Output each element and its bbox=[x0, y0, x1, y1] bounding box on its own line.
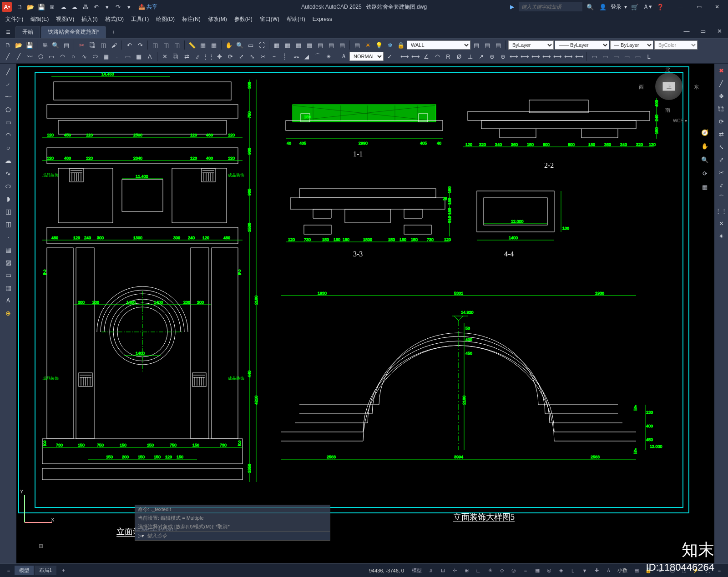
rp-explode-icon[interactable]: ✴ bbox=[716, 231, 726, 241]
qat-saveas-icon[interactable]: 🗎 bbox=[47, 2, 57, 12]
draw-xline-icon[interactable]: ╱ bbox=[14, 51, 24, 61]
viewcube[interactable]: 北 上 西 东 南 bbox=[646, 73, 692, 100]
dim-aligned-icon[interactable]: ⟷ bbox=[410, 51, 420, 61]
menu-insert[interactable]: 插入(I) bbox=[78, 14, 101, 24]
status-grid-icon[interactable]: # bbox=[425, 566, 436, 576]
pal-circle-icon[interactable]: ○ bbox=[2, 142, 15, 154]
mod-join-icon[interactable]: ⫘ bbox=[291, 51, 301, 61]
login-caret-icon[interactable]: ▾ bbox=[624, 4, 627, 10]
marketplace-icon[interactable]: 🛒 bbox=[630, 2, 640, 12]
menu-window[interactable]: 窗口(W) bbox=[256, 14, 283, 24]
doc-minimize-button[interactable]: — bbox=[682, 26, 692, 36]
mod-offset-icon[interactable]: ⫽ bbox=[192, 51, 202, 61]
rp-move-icon[interactable]: ✥ bbox=[716, 91, 726, 101]
pal-gradient-icon[interactable]: ▨ bbox=[2, 256, 15, 268]
mod-chamfer-icon[interactable]: ◢ bbox=[302, 51, 312, 61]
status-3dosnap-icon[interactable]: ◈ bbox=[556, 566, 566, 576]
tabs-menu-icon[interactable]: ≡ bbox=[2, 27, 15, 38]
dim-arc-icon[interactable]: ◠ bbox=[432, 51, 442, 61]
layer-iso-icon[interactable]: ▤ bbox=[471, 40, 481, 50]
tool-undo-icon[interactable]: ↶ bbox=[124, 40, 134, 50]
mod-stretch-icon[interactable]: ⤡ bbox=[247, 51, 257, 61]
tool-zoomwin-icon[interactable]: ▭ bbox=[246, 40, 256, 50]
tool-publish-icon[interactable]: ▤ bbox=[61, 40, 71, 50]
command-prompt[interactable]: 键入命令 bbox=[147, 532, 167, 539]
command-line[interactable]: 命令: ._textedit 当前设置: 编辑模式 = Multiple 选择注… bbox=[135, 505, 330, 541]
viewcube-south[interactable]: 南 bbox=[665, 107, 670, 114]
rp-array-icon[interactable]: ⋮⋮ bbox=[716, 206, 726, 216]
tool-new-icon[interactable]: 🗋 bbox=[3, 40, 13, 50]
draw-arc-icon[interactable]: ◠ bbox=[57, 51, 67, 61]
viewcube-north[interactable]: 北 bbox=[665, 66, 670, 73]
draw-spline-icon[interactable]: ∿ bbox=[79, 51, 89, 61]
pal-hatch-icon[interactable]: ▦ bbox=[2, 244, 15, 256]
status-units[interactable]: 小数 bbox=[615, 566, 630, 576]
status-snap-icon[interactable]: ⊡ bbox=[437, 566, 448, 576]
pal-addsel-icon[interactable]: ⊕ bbox=[2, 307, 15, 319]
qat-undo-icon[interactable]: ↶ bbox=[91, 2, 101, 12]
pal-ellipsearc-icon[interactable]: ◗ bbox=[2, 193, 15, 205]
layer-bulb-icon[interactable]: 💡 bbox=[374, 40, 384, 50]
qat-save-icon[interactable]: 💾 bbox=[36, 2, 46, 12]
pal-mtext-icon[interactable]: Ａ bbox=[2, 295, 15, 306]
menu-draw[interactable]: 绘图(D) bbox=[152, 14, 178, 24]
pal-rect-icon[interactable]: ▭ bbox=[2, 116, 15, 128]
view-named-icon[interactable]: ▭ bbox=[633, 51, 643, 61]
menu-help[interactable]: 帮助(H) bbox=[283, 14, 309, 24]
draw-region-icon[interactable]: ▭ bbox=[123, 51, 133, 61]
layer-selector[interactable]: WALL bbox=[407, 40, 470, 50]
tool-insert-icon[interactable]: ◫ bbox=[161, 40, 171, 50]
status-polar-icon[interactable]: ✳ bbox=[485, 566, 495, 576]
command-caret-icon[interactable]: ▷▾ bbox=[138, 533, 144, 539]
rp-copy-icon[interactable]: ⿻ bbox=[716, 104, 726, 114]
text-mtext-icon[interactable]: Ａ bbox=[339, 51, 349, 61]
tool-list-icon[interactable]: ▦ bbox=[209, 40, 219, 50]
tool-zoomall-icon[interactable]: ⛶ bbox=[257, 40, 267, 50]
pal-region-icon[interactable]: ▭ bbox=[2, 269, 15, 281]
draw-polygon-icon[interactable]: ⬠ bbox=[35, 51, 46, 61]
draw-table-icon[interactable]: ▦ bbox=[134, 51, 144, 61]
tab-start[interactable]: 开始 bbox=[15, 26, 40, 38]
model-tab[interactable]: 模型 bbox=[15, 566, 34, 575]
tool-save-icon[interactable]: 💾 bbox=[25, 40, 35, 50]
help-search-input[interactable] bbox=[519, 2, 582, 11]
tool-redo-icon[interactable]: ↷ bbox=[135, 40, 145, 50]
mod-extend-icon[interactable]: － bbox=[269, 51, 279, 61]
tool-plot-icon[interactable]: 🖶 bbox=[40, 40, 50, 50]
dim-diameter-icon[interactable]: Ø bbox=[454, 51, 464, 61]
mod-explode-icon[interactable]: ✴ bbox=[324, 51, 334, 61]
nav-showmotion-icon[interactable]: ▦ bbox=[700, 182, 710, 192]
draw-hatch-icon[interactable]: ▦ bbox=[101, 51, 111, 61]
rp-fillet-icon[interactable]: ⌒ bbox=[716, 193, 726, 203]
pal-line-icon[interactable]: ╱ bbox=[2, 65, 15, 77]
tool-copy-icon[interactable]: ⿻ bbox=[87, 40, 97, 50]
viewcube-west[interactable]: 西 bbox=[639, 84, 644, 90]
draw-pline-icon[interactable]: 〰 bbox=[25, 51, 35, 61]
dim-break-icon[interactable]: ⟷ bbox=[563, 51, 573, 61]
login-label[interactable]: 登录 bbox=[611, 3, 622, 11]
layout-add-button[interactable]: ＋ bbox=[58, 566, 69, 576]
view-vp2-icon[interactable]: ▭ bbox=[600, 51, 610, 61]
dim-angular-icon[interactable]: ∠ bbox=[421, 51, 431, 61]
status-ortho-icon[interactable]: ∟ bbox=[473, 566, 484, 576]
tool-pan-icon[interactable]: ✋ bbox=[224, 40, 234, 50]
window-close-button[interactable]: ✕ bbox=[708, 0, 726, 13]
qat-redo-drop-icon[interactable]: ▾ bbox=[124, 2, 134, 12]
tool-matchprop-icon[interactable]: 🖌 bbox=[109, 40, 119, 50]
layout1-tab[interactable]: 布局1 bbox=[35, 566, 56, 575]
mod-erase-icon[interactable]: ✕ bbox=[160, 51, 170, 61]
view-vp4-icon[interactable]: ▭ bbox=[622, 51, 632, 61]
status-dyn-icon[interactable]: ⊞ bbox=[461, 566, 472, 576]
view-ucs-icon[interactable]: L bbox=[644, 51, 654, 61]
mod-copy-icon[interactable]: ⿻ bbox=[171, 51, 181, 61]
menu-dimension[interactable]: 标注(N) bbox=[178, 14, 204, 24]
pal-insert-icon[interactable]: ◫ bbox=[2, 206, 15, 217]
dim-base-icon[interactable]: ⟷ bbox=[541, 51, 551, 61]
pal-point-icon[interactable]: · bbox=[2, 231, 15, 243]
tool-wblock-icon[interactable]: ◫ bbox=[172, 40, 182, 50]
pal-pline-icon[interactable]: 〰 bbox=[2, 91, 15, 103]
mod-move-icon[interactable]: ✥ bbox=[214, 51, 224, 61]
status-iso-icon[interactable]: ◇ bbox=[496, 566, 507, 576]
layer-prev-icon[interactable]: ▤ bbox=[482, 40, 492, 50]
pal-polygon-icon[interactable]: ⬠ bbox=[2, 104, 15, 115]
